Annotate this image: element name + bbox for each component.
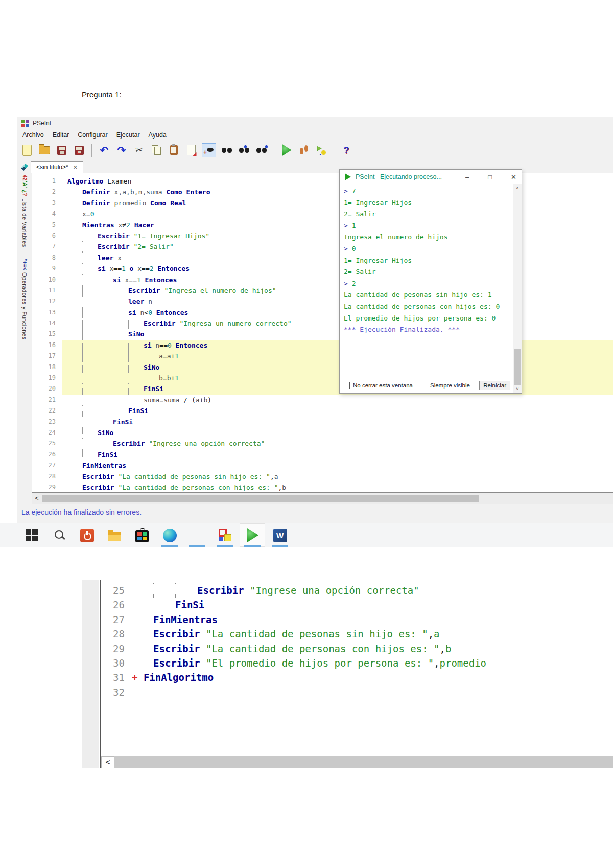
code-line[interactable]: Definir promedio Como Real — [62, 198, 613, 209]
run-icon[interactable] — [280, 144, 293, 157]
code-token: Escribir — [98, 243, 130, 250]
hscroll-left-arrow-icon[interactable]: < — [32, 495, 42, 502]
code-line[interactable]: FinMientras — [62, 460, 613, 471]
code-line[interactable]: SiNo — [62, 329, 613, 339]
console-line-3: > 1 — [344, 220, 509, 232]
search-button[interactable] — [52, 528, 66, 542]
console-titlebar[interactable]: PSeInt Ejecutando proceso... – □ ✕ — [340, 170, 522, 184]
code-token: x — [113, 254, 122, 262]
pseint-designer-icon[interactable] — [218, 528, 232, 542]
code-line[interactable]: leer n — [62, 296, 613, 307]
code-line[interactable]: x=0 — [62, 209, 613, 219]
code-line[interactable]: Algoritmo Examen — [62, 176, 613, 187]
cut-icon[interactable]: ✂ — [132, 144, 146, 157]
code-line[interactable]: Escribir "Ingresa el numero de hijos" — [62, 285, 613, 296]
snippet-code-line: FinSi — [132, 598, 613, 612]
screenshot-canvas: Pregunta 1: PSeInt ArchivoEditarConfigur… — [0, 0, 613, 868]
word-icon[interactable] — [273, 528, 287, 542]
open-file-icon[interactable] — [38, 144, 51, 157]
autocomplete-icon[interactable] — [202, 143, 216, 157]
console-close-button[interactable]: ✕ — [511, 174, 516, 180]
find-next-icon[interactable] — [255, 144, 268, 157]
console-scrollbar[interactable]: ˄ ˅ — [513, 184, 522, 393]
save-icon[interactable] — [55, 144, 68, 157]
indent-guide — [67, 275, 82, 285]
find-icon[interactable] — [220, 144, 233, 157]
console-minimize-button[interactable]: – — [465, 174, 469, 180]
format-icon[interactable] — [184, 144, 198, 157]
code-line[interactable]: a=a+1 — [62, 351, 613, 361]
tab-sin-titulo[interactable]: <sin titulo>* ✕ — [31, 161, 83, 173]
code-token: "Ingresa el numero de hijos" — [160, 287, 276, 294]
code-line[interactable]: si n==0 Entonces — [62, 340, 613, 351]
tabbar-nav-icon[interactable] — [21, 164, 28, 171]
menu-ayuda[interactable]: Ayuda — [149, 131, 167, 139]
code-line[interactable]: suma=suma / (a+b) — [62, 395, 613, 405]
indent-guide — [82, 383, 98, 394]
flowchart-icon[interactable] — [315, 144, 328, 157]
microsoft-store-icon[interactable] — [135, 528, 149, 542]
code-line[interactable]: Escribir "Ingresa un numero correcto" — [62, 318, 613, 329]
code-line[interactable]: FinSi — [62, 405, 613, 416]
code-line[interactable]: SiNo — [62, 427, 613, 438]
scroll-up-icon[interactable]: ˄ — [513, 186, 522, 191]
tab-close-icon[interactable]: ✕ — [73, 165, 78, 170]
code-editor[interactable]: 1Algoritmo Examen2Definir x,a,b,n,suma C… — [32, 173, 613, 493]
start-button[interactable] — [25, 528, 39, 542]
reiniciar-button[interactable]: Reiniciar — [479, 381, 510, 390]
code-line[interactable]: si x==1 Entonces — [62, 275, 613, 285]
no-cerrar-checkbox[interactable] — [343, 382, 350, 389]
menu-configurar[interactable]: Configurar — [78, 131, 107, 139]
step-run-icon[interactable] — [297, 144, 311, 157]
code-line[interactable]: b=b+1 — [62, 373, 613, 383]
code-line[interactable]: FinSi — [62, 449, 613, 460]
snippet-code-line: Escribir "La cantidad de pesonas sin hij… — [132, 627, 613, 641]
sidebar-item-operadores[interactable]: *+=< Operadores y Funciones — [21, 259, 28, 340]
scroll-down-icon[interactable]: ˅ — [513, 386, 522, 392]
code-line[interactable]: FinSi — [62, 417, 613, 427]
console-scroll-thumb[interactable] — [514, 349, 521, 385]
code-line[interactable]: Mientras x≠2 Hacer — [62, 220, 613, 231]
code-line[interactable]: Escribir "Ingrese una opción correcta" — [62, 438, 613, 449]
menu-archivo[interactable]: Archivo — [22, 131, 44, 139]
edge-icon[interactable] — [162, 528, 177, 542]
sidebar-item-variables[interactable]: 42'A' ¿? Lista de Variables — [21, 175, 28, 247]
code-line[interactable]: Escribir "La cantidad de personas con hi… — [62, 482, 613, 493]
hscroll-thumb[interactable] — [42, 495, 479, 502]
code-line[interactable]: Escribir "1= Ingresar Hijos" — [62, 231, 613, 241]
code-line[interactable]: si x==1 o x==2 Entonces — [62, 263, 613, 274]
code-line[interactable]: FinSi — [62, 383, 613, 394]
code-token: Escribir — [153, 643, 200, 654]
console-maximize-button[interactable]: □ — [488, 174, 492, 180]
code-line[interactable]: si n<0 Entonces — [62, 307, 613, 318]
code-token: suma — [163, 396, 179, 404]
code-line[interactable]: Escribir "La cantidad de pesonas sin hij… — [62, 471, 613, 482]
code-line[interactable]: Escribir "2= Salir" — [62, 241, 613, 252]
code-token: Como Entero — [166, 188, 210, 196]
save-icon — [57, 146, 66, 155]
redo-icon[interactable]: ↷ — [115, 144, 128, 157]
code-line[interactable]: Definir x,a,b,n,suma Como Entero — [62, 187, 613, 197]
find-prev-icon[interactable] — [238, 144, 251, 157]
code-row-19: 19b=b+1 — [32, 373, 613, 383]
file-explorer-icon[interactable] — [107, 528, 122, 542]
code-token: Entonces — [172, 341, 207, 349]
save-as-icon[interactable] — [73, 144, 86, 157]
pseint-running-icon[interactable] — [245, 528, 260, 542]
code-token: "La cantidad de personas con hijos es: " — [200, 643, 440, 654]
menu-ejecutar[interactable]: Ejecutar — [116, 131, 140, 139]
new-file-icon[interactable] — [20, 144, 34, 157]
paste-icon[interactable] — [167, 144, 180, 157]
help-icon[interactable]: ? — [340, 144, 353, 157]
code-line[interactable]: SiNo — [62, 362, 613, 373]
indent-guide — [67, 241, 82, 252]
power-app-icon[interactable] — [80, 528, 94, 542]
undo-icon[interactable]: ↶ — [98, 144, 111, 157]
siempre-visible-checkbox[interactable] — [420, 382, 427, 389]
copy-icon[interactable] — [150, 144, 163, 157]
zoom-app-icon[interactable] — [190, 528, 204, 542]
editor-hscrollbar[interactable]: < — [32, 493, 613, 504]
code-line[interactable]: leer x — [62, 253, 613, 263]
file-explorer-icon-glyph — [108, 532, 121, 541]
menu-editar[interactable]: Editar — [53, 131, 69, 139]
